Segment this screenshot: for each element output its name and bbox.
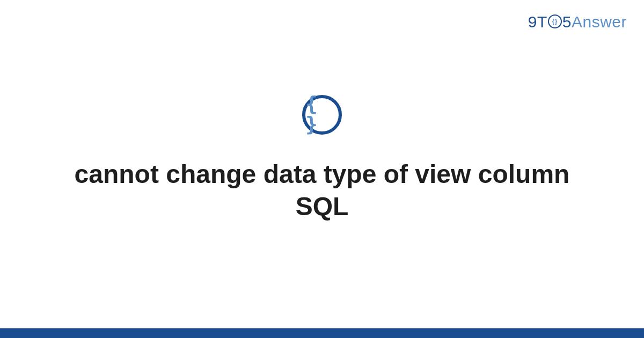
brand-text-answer: Answer [572,13,627,31]
code-braces-icon: { } [302,95,342,135]
footer-accent-bar [0,328,644,338]
brand-logo[interactable]: 9T {} 5 Answer [528,13,627,31]
braces-glyph: { } [305,93,339,134]
brand-text-5: 5 [562,13,572,31]
brand-circle-inner: {} [552,18,558,25]
main-content: { } cannot change data type of view colu… [0,95,644,223]
brand-text-9t: 9T [528,13,547,31]
page-title: cannot change data type of view column S… [54,158,590,223]
brand-circle-icon: {} [548,14,562,28]
